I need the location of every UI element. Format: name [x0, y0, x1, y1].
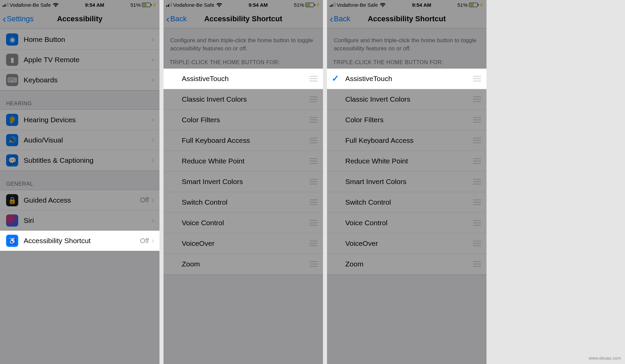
row-hearing-devices[interactable]: 👂 Hearing Devices › [0, 110, 159, 130]
siri-icon [6, 214, 18, 227]
shortcut-row[interactable]: VoiceOver [164, 233, 323, 254]
drag-handle-icon[interactable] [309, 117, 318, 123]
shortcut-label: Zoom [345, 260, 364, 268]
row-label: Accessibility Shortcut [24, 237, 91, 245]
row-label: Keyboards [24, 76, 57, 84]
chevron-right-icon: › [152, 156, 154, 165]
accessibility-icon: ♿ [6, 235, 18, 247]
apple-tv-remote-icon: ▮ [6, 54, 18, 66]
shortcut-row[interactable]: Reduce White Point [327, 151, 486, 172]
back-label: Back [334, 15, 350, 23]
checkmark-icon: ✓ [332, 73, 339, 84]
chevron-right-icon: › [152, 115, 154, 124]
chevron-left-icon: ‹ [330, 14, 333, 24]
clock: 9:54 AM [222, 2, 294, 8]
row-home-button[interactable]: ◉ Home Button › [0, 29, 159, 50]
row-siri[interactable]: Siri › [0, 210, 159, 231]
shortcut-row[interactable]: AssistiveTouch [164, 69, 323, 89]
section-triple-click: TRIPLE-CLICK THE HOME BUTTON FOR: [164, 55, 323, 68]
shortcut-label: Full Keyboard Access [345, 136, 414, 145]
shortcut-row[interactable]: Zoom [327, 254, 486, 275]
shortcut-row[interactable]: ✓AssistiveTouch [327, 69, 486, 89]
chevron-right-icon: › [152, 35, 154, 44]
drag-handle-icon[interactable] [309, 138, 318, 143]
row-guided-access[interactable]: 🔒 Guided Access Off › [0, 190, 159, 210]
chevron-right-icon: › [152, 216, 154, 225]
carrier-label: Vodafone-Be Safe [10, 2, 51, 8]
shortcut-row[interactable]: Reduce White Point [164, 151, 323, 172]
shortcut-row[interactable]: Switch Control [327, 192, 486, 213]
shortcut-row[interactable]: Smart Invert Colors [327, 172, 486, 192]
shortcut-row[interactable]: Voice Control [164, 213, 323, 233]
drag-handle-icon[interactable] [473, 200, 481, 205]
shortcut-row[interactable]: Switch Control [164, 192, 323, 213]
row-accessibility-shortcut[interactable]: ♿ Accessibility Shortcut Off › [0, 231, 159, 251]
home-button-icon: ◉ [6, 33, 18, 46]
back-button[interactable]: ‹Settings [3, 14, 34, 24]
drag-handle-icon[interactable] [473, 241, 481, 246]
drag-handle-icon[interactable] [309, 220, 318, 226]
shortcut-row[interactable]: Smart Invert Colors [164, 172, 323, 192]
chevron-right-icon: › [152, 196, 154, 205]
shortcut-description: Configure and then triple-click the home… [327, 28, 486, 55]
battery-icon: ⚡ [469, 3, 484, 7]
row-subtitles[interactable]: 💬 Subtitles & Captioning › [0, 150, 159, 171]
shortcut-row[interactable]: Zoom [164, 254, 323, 275]
drag-handle-icon[interactable] [473, 97, 481, 102]
drag-handle-icon[interactable] [309, 158, 318, 164]
row-label: Guided Access [24, 196, 71, 204]
shortcut-list: AssistiveTouchClassic Invert ColorsColor… [164, 68, 323, 275]
shortcut-row[interactable]: Full Keyboard Access [327, 130, 486, 151]
drag-handle-icon[interactable] [309, 76, 318, 81]
row-apple-tv-remote[interactable]: ▮ Apple TV Remote › [0, 50, 159, 70]
shortcut-row[interactable]: VoiceOver [327, 233, 486, 254]
drag-handle-icon[interactable] [473, 76, 481, 81]
wifi-icon [216, 2, 222, 8]
row-label: Subtitles & Captioning [24, 156, 94, 164]
drag-handle-icon[interactable] [473, 179, 481, 184]
nav-bar: ‹Back Accessibility Shortcut [327, 9, 486, 28]
shortcut-label: Smart Invert Colors [345, 178, 406, 186]
drag-handle-icon[interactable] [473, 261, 481, 267]
drag-handle-icon[interactable] [309, 241, 318, 246]
shortcut-row[interactable]: Color Filters [164, 110, 323, 130]
shortcut-label: Smart Invert Colors [182, 178, 243, 186]
row-partial[interactable] [0, 26, 159, 29]
shortcut-label: Voice Control [345, 219, 388, 227]
drag-handle-icon[interactable] [473, 138, 481, 143]
row-value: Off [140, 196, 149, 204]
back-button[interactable]: ‹Back [166, 14, 187, 24]
shortcut-row[interactable]: Full Keyboard Access [164, 130, 323, 151]
drag-handle-icon[interactable] [473, 158, 481, 164]
signal-icon [330, 3, 335, 7]
drag-handle-icon[interactable] [473, 220, 481, 226]
drag-handle-icon[interactable] [309, 261, 318, 267]
status-bar: Vodafone-Be Safe 9:54 AM 51% ⚡ [0, 0, 159, 9]
battery-icon: ⚡ [142, 3, 157, 7]
battery-percent: 51% [130, 2, 141, 8]
shortcut-label: Switch Control [182, 198, 227, 206]
drag-handle-icon[interactable] [309, 179, 318, 184]
wifi-icon [380, 2, 386, 8]
drag-handle-icon[interactable] [309, 200, 318, 205]
shortcut-row[interactable]: Classic Invert Colors [327, 89, 486, 110]
wifi-icon [53, 2, 59, 8]
signal-icon [3, 3, 8, 7]
nav-bar: ‹Settings Accessibility [0, 9, 159, 28]
shortcut-row[interactable]: Voice Control [327, 213, 486, 233]
row-keyboards[interactable]: ⌨ Keyboards › [0, 70, 159, 90]
shortcut-row[interactable]: Classic Invert Colors [164, 89, 323, 110]
row-audio-visual[interactable]: 🔊 Audio/Visual › [0, 130, 159, 150]
battery-percent: 51% [457, 2, 468, 8]
nav-bar: ‹Back Accessibility Shortcut [164, 9, 323, 28]
shortcut-row[interactable]: Color Filters [327, 110, 486, 130]
drag-handle-icon[interactable] [309, 97, 318, 102]
carrier-label: Vodafone-Be Safe [337, 2, 378, 8]
shortcut-label: VoiceOver [345, 239, 378, 248]
chevron-right-icon: › [152, 76, 154, 84]
back-button[interactable]: ‹Back [330, 14, 350, 24]
page-title: Accessibility Shortcut [368, 15, 446, 23]
drag-handle-icon[interactable] [473, 117, 481, 123]
chevron-left-icon: ‹ [166, 14, 170, 24]
clock: 9:54 AM [59, 2, 130, 8]
